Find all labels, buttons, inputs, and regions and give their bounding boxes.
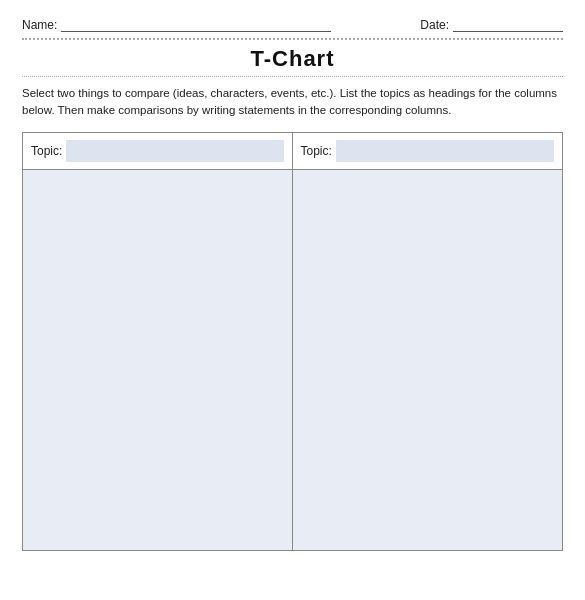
chart-title: T-Chart [22, 46, 563, 72]
content-cell-left[interactable] [23, 170, 293, 550]
content-cell-right[interactable] [293, 170, 563, 550]
date-line[interactable] [453, 18, 563, 32]
topic-input-left[interactable] [66, 140, 283, 162]
topic-label-right: Topic: [301, 144, 332, 158]
date-field: Date: [420, 18, 563, 32]
instructions: Select two things to compare (ideas, cha… [22, 85, 563, 120]
name-line[interactable] [61, 18, 331, 32]
title-divider [22, 76, 563, 77]
page: Name: Date: T-Chart Select two things to… [0, 0, 585, 600]
content-row [23, 170, 562, 550]
name-label: Name: [22, 18, 57, 32]
topic-input-right[interactable] [336, 140, 554, 162]
header-row: Name: Date: [22, 18, 563, 32]
top-divider [22, 38, 563, 40]
topic-cell-left: Topic: [23, 133, 293, 169]
topic-row: Topic: Topic: [23, 133, 562, 170]
chart-container: Topic: Topic: [22, 132, 563, 551]
topic-label-left: Topic: [31, 144, 62, 158]
date-label: Date: [420, 18, 449, 32]
topic-cell-right: Topic: [293, 133, 563, 169]
name-field: Name: [22, 18, 331, 32]
